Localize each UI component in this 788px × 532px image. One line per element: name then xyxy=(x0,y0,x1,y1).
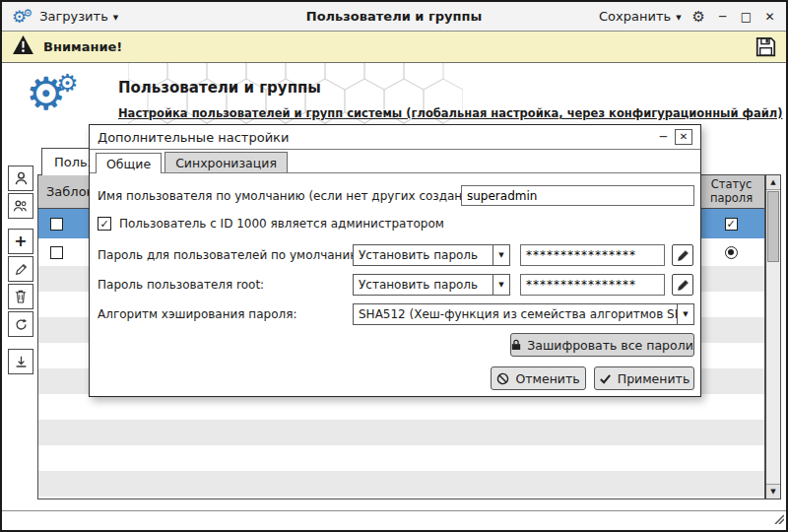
save-menu-button[interactable]: Сохранить ▼ xyxy=(599,9,682,24)
dropdown-arrow-icon: ▼ xyxy=(492,275,509,295)
select-value: Установить пароль xyxy=(354,275,492,295)
maximize-button[interactable]: □ xyxy=(740,11,753,23)
chevron-down-icon: ▼ xyxy=(113,14,118,22)
app-window: ⚙⚙ Загрузить ▼ Пользователи и группы Сох… xyxy=(0,0,788,532)
settings-gear-button[interactable]: ⚙ xyxy=(692,8,705,26)
check-icon: ✓ xyxy=(99,219,108,230)
refresh-button[interactable] xyxy=(8,311,33,337)
status-bar xyxy=(2,510,786,530)
default-username-label: Имя пользователя по умолчанию (если нет … xyxy=(98,189,494,203)
admin-id1000-checkbox[interactable]: ✓ xyxy=(98,217,111,231)
warning-text: Внимание! xyxy=(43,39,122,54)
dialog-titlebar[interactable]: Дополнительные настройки ─ ✕ xyxy=(90,125,700,150)
edit-default-password-button[interactable] xyxy=(672,244,693,266)
apply-label: Применить xyxy=(618,371,690,386)
dialog-close-button[interactable]: ✕ xyxy=(675,129,692,145)
row-locked-checkbox[interactable] xyxy=(50,246,63,259)
load-menu-button[interactable]: Загрузить ▼ xyxy=(39,9,118,24)
password-status-radio[interactable] xyxy=(725,246,738,259)
select-value: SHA512 (Хеш-функция из семейства алгорит… xyxy=(354,304,677,324)
apply-button[interactable]: Применить xyxy=(594,366,694,390)
root-password-mode-select[interactable]: Установить пароль ▼ xyxy=(353,274,510,296)
dialog-tab-general[interactable]: Общие xyxy=(96,153,162,173)
select-value: Установить пароль xyxy=(354,245,492,265)
users-view-button[interactable] xyxy=(8,166,33,191)
column-header-password-status: Статус пароля xyxy=(697,175,764,208)
edit-root-password-button[interactable] xyxy=(672,274,693,296)
password-status-cell: ✓ xyxy=(697,209,764,238)
vertical-scrollbar[interactable]: ▲ ▼ xyxy=(765,174,781,499)
cancel-label: Отменить xyxy=(515,371,579,386)
user-icon xyxy=(14,171,29,186)
lock-icon xyxy=(511,339,521,351)
close-button[interactable]: ✕ xyxy=(763,11,776,23)
cancel-icon xyxy=(496,372,509,385)
empty-table-row xyxy=(38,394,764,420)
app-logo-icon: ⚙⚙ xyxy=(12,7,33,27)
root-password-label: Пароль пользователя root: xyxy=(98,278,264,292)
page-subtitle: Настройка пользователей и групп системы … xyxy=(118,106,782,120)
pencil-icon xyxy=(15,263,28,276)
delete-button[interactable] xyxy=(8,284,33,309)
download-icon xyxy=(15,356,28,368)
hex-pattern-decoration xyxy=(128,63,463,132)
resize-grip[interactable] xyxy=(772,509,784,528)
save-menu-label: Сохранить xyxy=(599,9,671,24)
groups-view-button[interactable] xyxy=(8,193,33,219)
cancel-button[interactable]: Отменить xyxy=(491,366,586,390)
default-password-input[interactable] xyxy=(520,244,665,266)
trash-icon xyxy=(15,290,27,303)
scroll-down-button[interactable]: ▼ xyxy=(766,484,780,499)
dropdown-arrow-icon: ▼ xyxy=(677,304,693,324)
advanced-settings-dialog: Дополнительные настройки ─ ✕ Общие Синхр… xyxy=(89,124,701,397)
dialog-controls: ─ ✕ xyxy=(660,129,692,145)
titlebar: ⚙⚙ Загрузить ▼ Пользователи и группы Сох… xyxy=(2,2,786,32)
dialog-tab-sync[interactable]: Синхронизация xyxy=(164,152,288,172)
add-button[interactable]: + xyxy=(8,229,33,254)
edit-button[interactable] xyxy=(8,256,33,282)
scroll-down-icon: ▼ xyxy=(770,488,775,496)
pencil-icon xyxy=(677,279,690,292)
pencil-icon xyxy=(677,249,690,262)
dialog-minimize-button[interactable]: ─ xyxy=(660,131,667,143)
encrypt-all-passwords-label: Зашифровать все пароли xyxy=(527,338,693,353)
warning-icon xyxy=(12,34,34,59)
check-icon: ✓ xyxy=(726,219,735,230)
import-button[interactable] xyxy=(8,349,33,374)
titlebar-left-group: ⚙⚙ Загрузить ▼ xyxy=(12,7,118,27)
dialog-title: Дополнительные настройки xyxy=(98,130,289,145)
chevron-down-icon: ▼ xyxy=(676,14,681,22)
empty-table-row xyxy=(38,445,764,471)
titlebar-right-group: Сохранить ▼ ⚙ ─ □ ✕ xyxy=(599,8,776,26)
default-username-input[interactable] xyxy=(461,185,694,206)
password-status-cell xyxy=(697,238,764,266)
default-password-mode-select[interactable]: Установить пароль ▼ xyxy=(353,244,510,266)
plus-icon: + xyxy=(14,233,27,249)
load-menu-label: Загрузить xyxy=(39,9,108,24)
scroll-up-icon: ▲ xyxy=(770,178,775,186)
minimize-button[interactable]: ─ xyxy=(716,11,729,23)
save-file-button[interactable] xyxy=(755,36,776,57)
empty-table-row xyxy=(38,471,764,497)
admin-id1000-label: Пользователь с ID 1000 является админист… xyxy=(119,217,444,231)
default-password-label: Пароль для пользователей по умолчанию: xyxy=(98,248,363,262)
check-icon xyxy=(599,372,612,385)
dropdown-arrow-icon: ▼ xyxy=(492,245,509,265)
dialog-tabs: Общие Синхронизация xyxy=(90,150,700,173)
group-icon xyxy=(13,199,29,213)
page-title: Пользователи и группы xyxy=(118,79,321,97)
hash-algorithm-label: Алгоритм хэширования пароля: xyxy=(98,307,296,321)
encrypt-all-passwords-button[interactable]: Зашифровать все пароли xyxy=(510,333,694,357)
warning-bar: Внимание! xyxy=(2,32,786,63)
hash-algorithm-select[interactable]: SHA512 (Хеш-функция из семейства алгорит… xyxy=(353,303,694,325)
floppy-icon xyxy=(755,36,776,57)
empty-table-row xyxy=(38,420,764,445)
content-area: ⚙⚙ Пользователи и группы Настройка польз… xyxy=(2,63,786,510)
scrollbar-thumb[interactable] xyxy=(767,191,779,262)
scroll-up-button[interactable]: ▲ xyxy=(766,175,780,190)
app-logo-large-icon: ⚙⚙ xyxy=(26,71,79,116)
refresh-icon xyxy=(15,318,28,331)
password-status-checkbox[interactable]: ✓ xyxy=(725,218,738,231)
root-password-input[interactable] xyxy=(520,274,665,296)
row-locked-checkbox[interactable] xyxy=(50,218,63,231)
